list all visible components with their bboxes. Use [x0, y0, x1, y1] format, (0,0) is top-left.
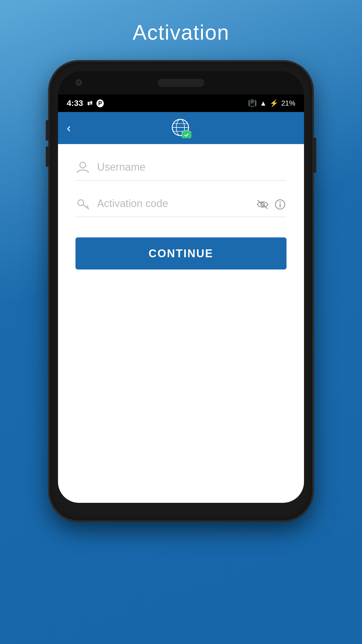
info-button[interactable]: [274, 198, 287, 211]
power-button[interactable]: [312, 138, 316, 173]
svg-point-14: [280, 202, 281, 203]
front-camera: [75, 79, 82, 86]
back-button[interactable]: ‹: [67, 122, 71, 134]
phone-top-bezel: [58, 71, 304, 94]
svg-line-8: [87, 206, 88, 207]
key-icon: [75, 196, 90, 211]
svg-line-9: [87, 207, 88, 208]
phone-frame: 4:33 ⇄ P 📳 ▲ ⚡ 21% ‹: [50, 62, 312, 520]
continue-button[interactable]: CONTINUE: [75, 237, 287, 270]
username-row: [75, 159, 287, 181]
volume-down-button[interactable]: [46, 146, 50, 167]
status-time: 4:33: [67, 99, 83, 108]
svg-point-5: [80, 162, 86, 168]
activation-code-actions: [256, 198, 287, 211]
earpiece-speaker: [158, 79, 204, 87]
wifi-icon: ▲: [260, 99, 267, 107]
form-area: CONTINUE: [58, 144, 304, 287]
status-left: 4:33 ⇄ P: [67, 99, 104, 108]
battery-percentage: 21%: [281, 99, 295, 107]
status-bar: 4:33 ⇄ P 📳 ▲ ⚡ 21%: [58, 94, 304, 112]
vibrate-icon: 📳: [248, 99, 257, 107]
battery-icon: ⚡: [270, 99, 278, 107]
sync-icon: ⇄: [87, 99, 92, 107]
status-right: 📳 ▲ ⚡ 21%: [248, 99, 295, 107]
toggle-visibility-button[interactable]: [256, 198, 269, 211]
activation-code-input[interactable]: [97, 195, 249, 212]
volume-up-button[interactable]: [46, 120, 50, 141]
activation-code-row: [75, 195, 287, 217]
app-logo: [171, 118, 191, 138]
page-title: Activation: [133, 20, 229, 44]
svg-point-6: [78, 200, 84, 206]
user-icon: [75, 160, 90, 174]
globe-shield-icon: [171, 118, 191, 138]
app-bar: ‹: [58, 112, 304, 144]
parking-icon: P: [96, 99, 104, 107]
app-screen: 4:33 ⇄ P 📳 ▲ ⚡ 21% ‹: [58, 94, 304, 503]
username-input[interactable]: [97, 159, 287, 176]
